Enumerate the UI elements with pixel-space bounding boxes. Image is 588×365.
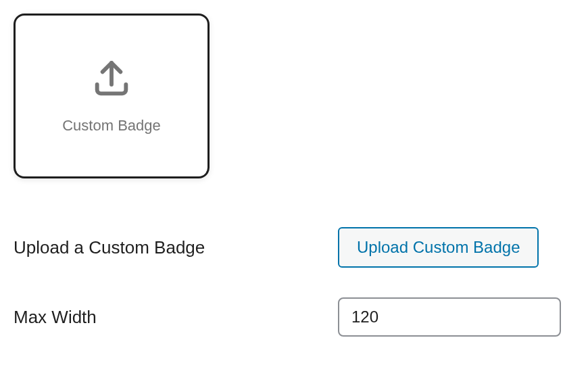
custom-badge-card[interactable]: Custom Badge [14,14,210,178]
settings-section: Upload a Custom Badge Upload Custom Badg… [14,227,574,337]
upload-icon [90,57,133,101]
max-width-setting-row: Max Width [14,297,574,337]
badge-card-label: Custom Badge [62,117,161,135]
max-width-input[interactable] [338,297,561,337]
max-width-label: Max Width [14,307,338,328]
upload-label: Upload a Custom Badge [14,237,338,258]
upload-setting-row: Upload a Custom Badge Upload Custom Badg… [14,227,574,268]
upload-custom-badge-button[interactable]: Upload Custom Badge [338,227,539,268]
